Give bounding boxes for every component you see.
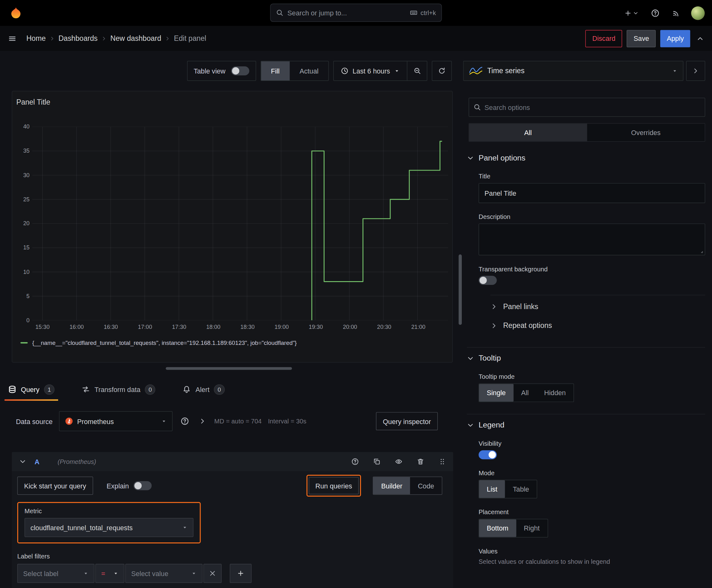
kick-start-query-button[interactable]: Kick start your query [17,477,93,495]
query-options-bar: Data source Prometheus MD = auto = 704 I… [16,411,451,431]
collapse-header-button[interactable] [695,33,706,44]
panel-links-expand[interactable]: Panel links [490,297,705,316]
panel-title-input[interactable] [479,183,706,203]
rss-icon [672,9,680,17]
chart-x-axis: 15:3016:0016:3017:0017:3018:0018:3019:00… [33,320,448,334]
tooltip-header[interactable]: Tooltip [467,354,705,363]
visualization-picker[interactable]: Time series [463,61,684,81]
grafana-home-button[interactable] [7,4,24,22]
legend-visibility-label: Visibility [479,440,706,447]
breadcrumb-separator-icon [165,36,170,41]
y-axis-tick: 0 [26,317,29,323]
horizontal-scrollbar[interactable] [166,367,292,370]
drag-query-handle[interactable] [437,456,448,467]
datasource-picker[interactable]: Prometheus [59,411,173,431]
legend-mode-list[interactable]: List [479,480,505,498]
label-filter-value-placeholder: Select value [131,569,168,577]
visualization-row: Time series [463,61,705,81]
save-button[interactable]: Save [627,30,656,47]
section-panel-options: Panel options Title Description Transpar… [467,142,705,347]
time-range-picker[interactable]: Last 6 hours [334,61,407,80]
resize-handle-icon [698,248,703,253]
options-tab-overrides[interactable]: Overrides [587,123,705,141]
datasource-help-button[interactable] [179,415,191,427]
global-search-input[interactable] [287,9,406,17]
tab-query[interactable]: Query 1 [4,378,59,400]
query-options-expand-button[interactable] [197,416,208,426]
panel-options-subsections: Panel links Repeat options [490,295,705,335]
explain-toggle[interactable] [133,481,152,490]
panel-description-input[interactable] [479,224,706,255]
breadcrumb-home[interactable]: Home [26,34,46,42]
legend-placement-right[interactable]: Right [516,519,547,537]
time-range-group: Last 6 hours [333,61,427,81]
help-button[interactable] [649,7,661,19]
vertical-scrollbar-thumb[interactable] [459,254,462,325]
label-filter-operator-select[interactable]: = [95,564,125,583]
chart-plot-area[interactable]: 15:3016:0016:3017:0017:3018:0018:3019:00… [33,127,448,320]
legend-mode-group: List Table [479,480,537,498]
zoom-out-icon [413,67,421,75]
caret-down-icon [191,571,196,576]
explain-control: Explain [107,481,152,490]
add-label-filter-button[interactable] [230,564,252,583]
table-view-toggle[interactable] [231,66,249,76]
refresh-icon [438,67,446,75]
breadcrumb-dashboards[interactable]: Dashboards [58,34,98,42]
actual-option[interactable]: Actual [289,61,328,80]
global-search[interactable]: ctrl+k [270,4,442,22]
query-inspector-button[interactable]: Query inspector [376,412,438,430]
interval: Interval = 30s [268,417,306,425]
apply-button[interactable]: Apply [661,30,690,47]
label-filter-value-select[interactable]: Select value [125,564,202,583]
tooltip-mode-single[interactable]: Single [479,384,513,401]
query-editor-row: A (Prometheus) Kick start your query Exp… [12,452,453,588]
duplicate-query-button[interactable] [371,456,382,467]
fill-option[interactable]: Fill [261,61,289,80]
menu-toggle-button[interactable] [6,33,18,44]
new-menu-button[interactable] [623,7,640,19]
chart-canvas[interactable] [33,127,448,320]
metric-section-highlight: Metric cloudflared_tunnel_total_requests [17,502,201,543]
transform-icon [82,385,90,394]
tooltip-mode-hidden[interactable]: Hidden [537,384,574,401]
tooltip-mode-all[interactable]: All [513,384,536,401]
legend-series-label[interactable]: {__name__="cloudflared_tunnel_total_requ… [33,339,297,346]
panel-title[interactable]: Panel Title [16,97,448,108]
panel-options-header[interactable]: Panel options [467,153,705,163]
disable-query-button[interactable] [393,456,404,467]
news-button[interactable] [670,7,682,19]
prometheus-logo-icon [65,417,73,425]
remove-label-filter-button[interactable] [203,564,222,583]
query-row-header[interactable]: A (Prometheus) [12,452,453,471]
builder-mode-option[interactable]: Builder [373,477,410,495]
code-mode-option[interactable]: Code [410,477,442,495]
remove-query-button[interactable] [415,456,426,467]
refresh-button[interactable] [432,61,452,81]
collapse-options-button[interactable] [686,61,706,81]
options-tab-all[interactable]: All [469,123,587,141]
options-filter-tabs: All Overrides [469,123,706,142]
options-search[interactable] [469,98,706,117]
metric-select[interactable]: cloudflared_tunnel_total_requests [24,518,193,537]
options-search-input[interactable] [484,103,700,111]
query-help-button[interactable] [350,456,361,467]
query-collapse-button[interactable] [17,456,28,467]
tab-alert[interactable]: Alert 0 [178,378,229,400]
legend-mode-table[interactable]: Table [505,480,537,498]
discard-button[interactable]: Discard [585,30,622,47]
transparent-background-toggle[interactable] [479,276,497,285]
legend-header[interactable]: Legend [467,421,705,430]
title-label: Title [479,173,706,180]
chevron-right-icon [490,322,498,330]
legend-visibility-toggle[interactable] [479,450,497,459]
label-filter-label-select[interactable]: Select label [17,564,94,583]
max-data-points: MD = auto = 704 [214,417,262,425]
time-zoom-out-button[interactable] [407,61,427,80]
repeat-options-expand[interactable]: Repeat options [490,316,705,335]
tab-transform[interactable]: Transform data 0 [77,378,160,400]
breadcrumb-new-dashboard[interactable]: New dashboard [110,34,161,42]
legend-placement-bottom[interactable]: Bottom [479,519,516,537]
run-queries-button[interactable]: Run queries [308,477,359,495]
user-avatar[interactable] [691,6,705,20]
